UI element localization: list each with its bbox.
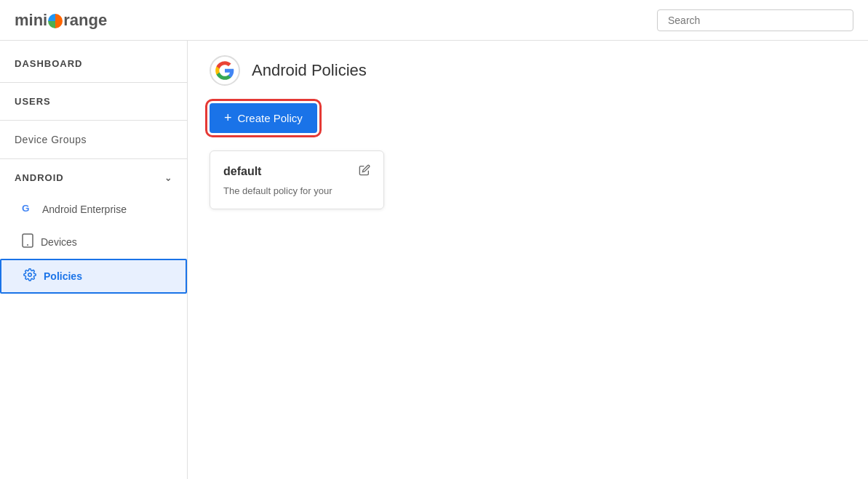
chevron-up-icon: ⌄ xyxy=(164,173,172,183)
device-icon xyxy=(22,233,33,251)
create-policy-label: Create Policy xyxy=(238,112,303,124)
sidebar-item-device-groups[interactable]: Device Groups xyxy=(0,124,187,156)
edit-icon[interactable] xyxy=(359,164,370,178)
logo-dot-icon xyxy=(48,14,63,28)
page-header: Android Policies xyxy=(210,55,846,86)
sidebar-android-section[interactable]: ANDROID ⌄ xyxy=(0,162,187,193)
google-icon-circle xyxy=(210,55,240,86)
google-icon: G xyxy=(22,201,35,217)
divider-1 xyxy=(0,82,187,83)
android-enterprise-label: Android Enterprise xyxy=(42,204,127,215)
main-content: Android Policies + Create Policy default… xyxy=(188,41,868,479)
sidebar-item-users[interactable]: USERS xyxy=(0,86,187,117)
sidebar: DASHBOARD USERS Device Groups ANDROID ⌄ … xyxy=(0,41,188,479)
divider-2 xyxy=(0,120,187,121)
policy-description: The default policy for your xyxy=(223,184,370,198)
plus-icon: + xyxy=(224,110,232,126)
svg-point-3 xyxy=(28,273,32,277)
create-policy-button[interactable]: + Create Policy xyxy=(210,103,317,133)
page-title: Android Policies xyxy=(252,61,367,80)
policy-card-default: default The default policy for your xyxy=(210,150,384,209)
logo-range: range xyxy=(63,11,107,30)
search-input[interactable] xyxy=(657,9,853,31)
policy-name: default xyxy=(223,165,261,178)
devices-label: Devices xyxy=(41,236,77,248)
google-logo-icon xyxy=(215,60,235,81)
policies-label: Policies xyxy=(44,270,82,282)
svg-point-2 xyxy=(27,244,28,246)
sidebar-item-android-enterprise[interactable]: G Android Enterprise xyxy=(0,193,187,225)
header: minirange xyxy=(0,0,868,41)
sidebar-item-dashboard[interactable]: DASHBOARD xyxy=(0,48,187,79)
policy-card-header: default xyxy=(223,164,370,178)
divider-3 xyxy=(0,158,187,159)
logo-text: minirange xyxy=(15,11,107,30)
sidebar-item-policies[interactable]: Policies xyxy=(0,259,187,294)
gear-icon xyxy=(23,268,36,284)
svg-text:G: G xyxy=(22,203,30,214)
android-label: ANDROID xyxy=(15,172,64,183)
layout: DASHBOARD USERS Device Groups ANDROID ⌄ … xyxy=(0,41,868,479)
logo: minirange xyxy=(15,11,107,30)
sidebar-item-devices[interactable]: Devices xyxy=(0,225,187,259)
logo-mini: mini xyxy=(15,11,47,30)
